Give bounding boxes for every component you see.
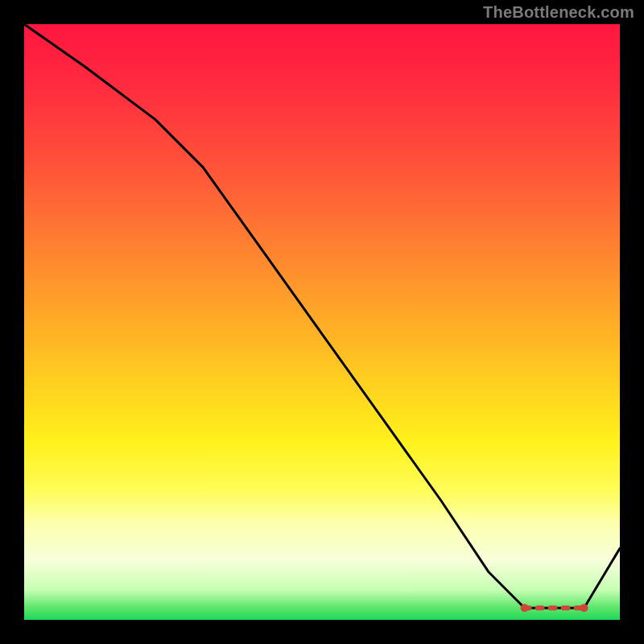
chart-svg (24, 24, 620, 620)
highlight-endpoint-right (580, 604, 588, 612)
series-curve (24, 24, 620, 608)
highlight-endpoint-left (521, 604, 529, 612)
chart-stage: TheBottleneck.com (0, 0, 644, 644)
watermark-text: TheBottleneck.com (483, 3, 634, 22)
plot-area (24, 24, 620, 620)
